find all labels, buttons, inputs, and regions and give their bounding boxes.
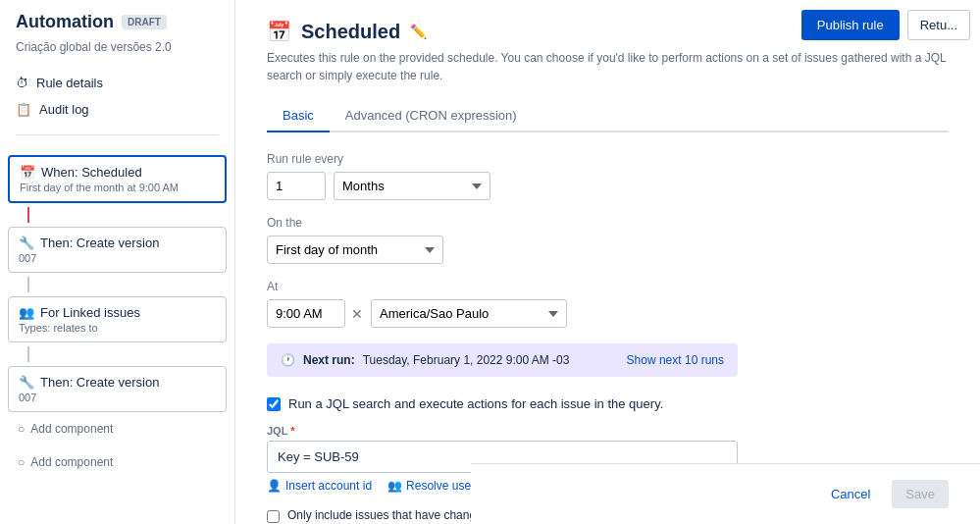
add-component-2[interactable]: ○ Add component (0, 449, 234, 475)
sidebar-item-rule-details[interactable]: ⏱ Rule details (8, 70, 227, 96)
sidebar-item-audit-log[interactable]: 📋 Audit log (8, 96, 227, 123)
plus-icon-2: ○ (18, 455, 25, 469)
jql-checkbox[interactable] (267, 397, 281, 411)
add-component-1-label: Add component (30, 422, 113, 436)
step-label-2: Then: Create version (40, 236, 159, 250)
step-sub-1: First day of the month at 9:00 AM (20, 182, 215, 193)
show-next-runs-link[interactable]: Show next 10 runs (627, 353, 724, 367)
step-for-linked-issues[interactable]: 👥 For Linked issues Types: relates to (8, 296, 227, 342)
step-connector-2 (27, 277, 29, 292)
footer-actions: Cancel Save (471, 463, 980, 524)
app-title: Automation (16, 12, 114, 32)
step-when-scheduled[interactable]: 📅 When: Scheduled First day of the month… (8, 155, 227, 203)
step-label-4: Then: Create version (40, 375, 159, 390)
run-every-input[interactable] (267, 172, 326, 200)
jql-checkbox-row[interactable]: Run a JQL search and execute actions for… (267, 396, 738, 411)
calendar-icon: 📅 (20, 165, 35, 180)
clear-time-icon[interactable]: ✕ (351, 306, 363, 322)
resolve-users-label: Resolve users (406, 479, 481, 493)
step-then-create-1[interactable]: 🔧 Then: Create version 007 (8, 227, 227, 273)
run-every-label: Run rule every (267, 152, 738, 166)
edit-icon[interactable]: ✏️ (410, 24, 427, 39)
file-icon: ⏱ (16, 76, 28, 90)
tab-basic[interactable]: Basic (267, 100, 330, 132)
step-label-1: When: Scheduled (41, 165, 142, 180)
on-the-select[interactable]: First day of month Last day of month day… (267, 236, 443, 264)
project-name: Criação global de versões 2.0 (0, 40, 234, 66)
add-component-1[interactable]: ○ Add component (8, 416, 227, 442)
save-button: Save (892, 480, 949, 508)
sidebar-audit-log-label: Audit log (39, 102, 89, 117)
sidebar-rule-details-label: Rule details (36, 76, 103, 90)
time-input[interactable] (267, 299, 345, 328)
insert-account-id-button[interactable]: 👤 Insert account id (267, 479, 372, 493)
at-label: At (267, 280, 738, 293)
step-connector-1 (27, 207, 29, 223)
step-then-create-2[interactable]: 🔧 Then: Create version 007 (8, 366, 227, 412)
account-icon: 👤 (267, 479, 282, 493)
tab-advanced[interactable]: Advanced (CRON expression) (330, 100, 533, 132)
next-run-banner: 🕐 Next run: Tuesday, February 1, 2022 9:… (267, 343, 738, 377)
page-title: Scheduled (301, 21, 400, 43)
page-description: Executes this rule on the provided sched… (267, 49, 949, 84)
cancel-button[interactable]: Cancel (817, 480, 884, 508)
only-changed-checkbox[interactable] (267, 510, 280, 523)
draft-badge: DRAFT (122, 15, 167, 29)
sidebar-divider (16, 134, 219, 135)
tabs-container: Basic Advanced (CRON expression) (267, 100, 949, 132)
clock-icon: 🕐 (281, 353, 295, 367)
log-icon: 📋 (16, 102, 31, 117)
step-sub-4: 007 (19, 392, 216, 403)
step-sub-2: 007 (19, 252, 216, 264)
insert-account-id-label: Insert account id (285, 479, 372, 493)
upload-icon-1: 🔧 (19, 236, 34, 250)
plus-icon-1: ○ (18, 422, 25, 436)
users-icon: 👥 (19, 305, 34, 320)
scheduled-icon: 📅 (267, 20, 291, 43)
jql-checkbox-label: Run a JQL search and execute actions for… (288, 396, 663, 411)
step-label-3: For Linked issues (40, 305, 140, 320)
next-run-label: Next run: (303, 353, 355, 367)
step-sub-3: Types: relates to (19, 322, 216, 334)
resolve-users-button[interactable]: 👥 Resolve users (387, 479, 481, 493)
required-star: * (287, 425, 294, 437)
upload-icon-2: 🔧 (19, 375, 34, 390)
next-run-value: Tuesday, February 1, 2022 9:00 AM -03 (363, 353, 570, 367)
add-component-2-label: Add component (30, 455, 113, 469)
on-the-label: On the (267, 216, 738, 230)
resolve-icon: 👥 (387, 479, 402, 493)
step-connector-3 (27, 346, 29, 362)
publish-rule-button[interactable]: Publish rule (801, 10, 900, 40)
return-button[interactable]: Retu... (907, 10, 970, 40)
run-every-unit-select[interactable]: Months Days Hours Minutes Weeks Years (334, 172, 490, 200)
jql-label: JQL (267, 425, 287, 437)
timezone-select[interactable]: America/Sao Paulo UTC America/New_York (371, 299, 567, 328)
